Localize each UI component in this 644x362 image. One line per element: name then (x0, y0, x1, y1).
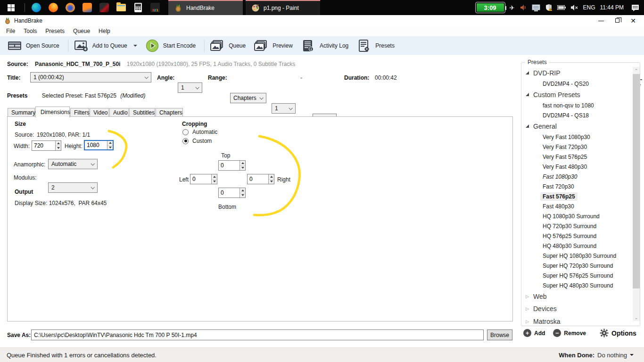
tab-subtitles[interactable]: Subtitles (129, 108, 155, 117)
scroll-down-icon[interactable]: ⌄ (633, 314, 640, 321)
preset-group-dvdrip[interactable]: DVD-RIP (521, 67, 632, 79)
minimize-button[interactable]: — (593, 16, 609, 25)
queue-button[interactable]: Queue (207, 38, 251, 53)
tab-video[interactable]: Video (90, 108, 109, 117)
taskbar-pin-firefox-nightly[interactable] (62, 0, 79, 15)
menu-help[interactable]: Help (94, 26, 115, 36)
width-increment-button[interactable] (56, 141, 61, 146)
taskbar-pin-calculator[interactable] (130, 0, 147, 15)
tab-filters[interactable]: Filters (70, 108, 89, 117)
crop-bottom-input[interactable] (219, 188, 239, 197)
preset-item[interactable]: Very Fast 480p30 (521, 162, 632, 172)
presets-scrollbar[interactable]: ⌃ ⌄ (633, 67, 640, 321)
range-type-select[interactable]: Chapters (230, 93, 266, 103)
activity-log-button[interactable]: Activity Log (298, 38, 354, 53)
anamorphic-select[interactable]: Automatic (48, 159, 98, 169)
title-select[interactable]: 1 (00:00:42) (30, 72, 151, 82)
menu-presets[interactable]: Presets (41, 26, 69, 36)
preset-item[interactable]: Very Fast 1080p30 (521, 132, 632, 142)
crop-left-decrement[interactable] (212, 179, 217, 184)
when-done-control[interactable]: When Done: Do nothing (559, 352, 637, 359)
save-as-input[interactable] (31, 329, 484, 340)
taskbar-pin-media-app[interactable] (79, 0, 96, 15)
scrollbar-thumb[interactable] (633, 74, 640, 288)
crop-top-increment[interactable] (240, 161, 245, 165)
tab-summary[interactable]: Summary (8, 108, 35, 117)
crop-top-input[interactable] (219, 161, 239, 170)
menu-tools[interactable]: Tools (19, 26, 41, 36)
preset-item[interactable]: HQ 576p25 Surround (521, 231, 632, 241)
preset-item[interactable]: fast non-qsv to 1080 (521, 100, 632, 110)
add-to-queue-dropdown-icon[interactable] (133, 45, 137, 47)
cropping-custom-radio[interactable]: Custom (182, 138, 212, 144)
preset-options-button[interactable]: Options (600, 329, 636, 337)
crop-top-decrement[interactable] (240, 165, 245, 171)
presets-toolbar-button[interactable]: Presets (354, 38, 400, 53)
preset-item[interactable]: Super HQ 576p25 Surround (521, 271, 632, 280)
preset-item[interactable]: Very Fast 576p25 (521, 152, 632, 162)
crop-bottom-decrement[interactable] (240, 193, 245, 198)
battery-meter-widget[interactable]: 3:09 (476, 2, 505, 13)
height-decrement-button[interactable] (107, 145, 113, 150)
modulus-select[interactable]: 2 (48, 182, 98, 193)
height-stepper[interactable] (84, 140, 114, 150)
taskbar-pin-firefox[interactable] (45, 0, 62, 15)
height-increment-button[interactable] (107, 141, 113, 145)
width-stepper[interactable] (32, 140, 61, 151)
security-shield-warning-icon[interactable] (545, 4, 553, 11)
taskbar-pin-edge[interactable] (28, 0, 45, 15)
preset-group-matroska[interactable]: ▷Matroska (521, 315, 632, 325)
menu-file[interactable]: File (2, 26, 19, 36)
crop-bottom-stepper[interactable] (218, 188, 246, 198)
crop-left-stepper[interactable] (190, 174, 217, 184)
crop-right-decrement[interactable] (269, 179, 274, 184)
preset-item-selected[interactable]: Fast 576p25 (521, 191, 632, 201)
tab-dimensions[interactable]: Dimensions (35, 107, 70, 117)
taskbar-pin-file-explorer[interactable] (113, 0, 130, 15)
preset-item[interactable]: Fast 720p30 (521, 181, 632, 191)
close-button[interactable]: ✕ (625, 16, 641, 25)
open-source-button[interactable]: Open Source (5, 38, 65, 53)
preset-group-general[interactable]: General (521, 120, 632, 132)
preset-item[interactable]: DVD2MP4 - QS18 (521, 110, 632, 120)
taskbar-task-handbrake[interactable]: HandBrake (168, 0, 243, 15)
width-input[interactable] (32, 141, 55, 150)
angle-select[interactable]: 1 (178, 82, 202, 93)
preset-item[interactable]: DVD2MP4 - QS20 (521, 79, 632, 89)
tab-audio[interactable]: Audio (109, 108, 129, 117)
width-decrement-button[interactable] (56, 146, 61, 151)
preset-remove-button[interactable]: − Remove (553, 329, 586, 337)
preset-add-button[interactable]: + Add (523, 329, 545, 337)
preview-button[interactable]: Preview (251, 38, 298, 53)
start-encode-button[interactable]: Start Encode (143, 38, 201, 54)
preset-item[interactable]: HQ 480p30 Surround (521, 241, 632, 251)
display-icon[interactable] (532, 4, 540, 11)
preset-item[interactable]: HQ 720p30 Surround (521, 221, 632, 231)
preset-group-devices[interactable]: ▷Devices (521, 302, 632, 315)
preset-item[interactable]: Super HQ 1080p30 Surround (521, 251, 632, 261)
height-input[interactable] (85, 141, 107, 149)
airplane-mode-icon[interactable]: ✈ (510, 4, 515, 11)
taskbar-pin-media-player-321[interactable]: 321 (147, 0, 164, 15)
tab-chapters[interactable]: Chapters (156, 108, 183, 117)
scroll-up-icon[interactable]: ⌃ (633, 67, 640, 74)
taskbar-pin-winamp[interactable] (96, 0, 113, 15)
crop-top-stepper[interactable] (218, 160, 246, 171)
start-button[interactable] (0, 0, 22, 15)
battery-icon[interactable] (557, 5, 566, 10)
volume-mixer-icon[interactable] (520, 4, 527, 11)
menu-queue[interactable]: Queue (69, 26, 94, 36)
preset-item[interactable]: HQ 1080p30 Surround (521, 211, 632, 221)
mute-speaker-icon[interactable] (570, 4, 578, 11)
preset-item[interactable]: Super HQ 720p30 Surround (521, 261, 632, 271)
crop-right-input[interactable] (248, 174, 268, 184)
preset-item[interactable]: Very Fast 720p30 (521, 142, 632, 152)
preset-item[interactable]: Fast 480p30 (521, 201, 632, 211)
crop-right-stepper[interactable] (247, 174, 274, 184)
tray-clock[interactable]: 11:44 PM (600, 4, 624, 11)
cropping-automatic-radio[interactable]: Automatic (182, 129, 217, 135)
browse-button[interactable]: Browse (487, 329, 512, 340)
crop-right-increment[interactable] (269, 174, 274, 179)
crop-bottom-increment[interactable] (240, 188, 245, 193)
language-indicator[interactable]: ENG (583, 4, 595, 11)
